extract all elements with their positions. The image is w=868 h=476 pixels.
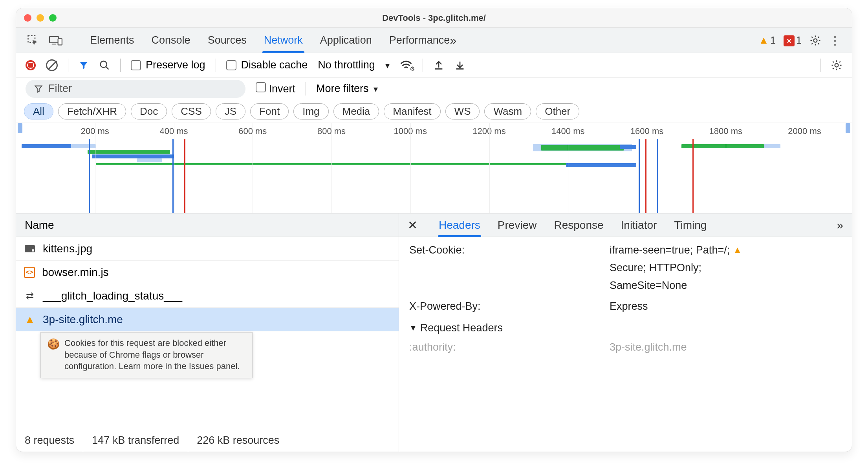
- chip-font[interactable]: Font: [250, 103, 289, 119]
- search-icon[interactable]: [99, 60, 110, 71]
- request-name: bowser.min.js: [42, 266, 109, 279]
- status-requests: 8 requests: [16, 429, 83, 452]
- request-header-key: :authority:: [409, 341, 610, 353]
- tab-console[interactable]: Console: [152, 28, 190, 53]
- chip-wasm[interactable]: Wasm: [484, 103, 531, 119]
- device-toolbar-icon[interactable]: [49, 35, 62, 46]
- issues-warnings-button[interactable]: ▲1: [758, 34, 776, 46]
- mini-gear-icon: ⚙: [410, 65, 415, 72]
- more-filters-label: More filters: [316, 83, 369, 95]
- detail-tab-initiator[interactable]: Initiator: [621, 213, 657, 237]
- tab-performance[interactable]: Performance: [389, 28, 450, 53]
- divider: [216, 59, 216, 72]
- warning-triangle-icon: ▲: [733, 244, 742, 255]
- svg-rect-1: [49, 36, 59, 42]
- devtools-tabs-row: ElementsConsoleSourcesNetworkApplication…: [16, 28, 852, 53]
- more-filters-dropdown[interactable]: More filters: [316, 83, 378, 95]
- caret-down-icon: [385, 59, 390, 71]
- more-tabs-icon[interactable]: »: [450, 34, 456, 47]
- timeline-ruler: 200 ms400 ms600 ms800 ms1000 ms1200 ms14…: [16, 123, 852, 140]
- tab-application[interactable]: Application: [320, 28, 372, 53]
- export-har-icon[interactable]: [433, 59, 444, 71]
- import-har-icon[interactable]: [454, 59, 465, 71]
- chip-js[interactable]: JS: [216, 103, 245, 119]
- filter-row: Filter Invert More filters: [16, 77, 852, 100]
- network-toolbar: Preserve log Disable cache No throttling…: [16, 53, 852, 77]
- chip-all[interactable]: All: [24, 103, 53, 119]
- network-conditions-icon[interactable]: ⚙: [400, 60, 412, 71]
- request-row[interactable]: kittens.jpg: [16, 237, 399, 261]
- request-row[interactable]: ⇄___glitch_loading_status___: [16, 284, 399, 308]
- chip-fetch-xhr[interactable]: Fetch/XHR: [58, 103, 126, 119]
- divider: [820, 59, 820, 72]
- checkbox-icon: [131, 60, 141, 70]
- filter-placeholder: Filter: [48, 83, 72, 95]
- chip-manifest[interactable]: Manifest: [384, 103, 440, 119]
- chip-doc[interactable]: Doc: [131, 103, 167, 119]
- chip-ws[interactable]: WS: [445, 103, 480, 119]
- request-headers-section[interactable]: ▼ Request Headers: [409, 322, 842, 334]
- chip-css[interactable]: CSS: [172, 103, 211, 119]
- status-transferred: 147 kB transferred: [83, 429, 188, 452]
- request-name: 3p-site.glitch.me: [43, 313, 123, 326]
- checkbox-icon: [256, 82, 266, 92]
- network-settings-icon[interactable]: [831, 59, 842, 71]
- request-row[interactable]: ▲3p-site.glitch.me: [16, 308, 399, 331]
- preserve-log-checkbox[interactable]: Preserve log: [131, 59, 205, 71]
- request-name: kittens.jpg: [43, 243, 92, 255]
- funnel-icon: [34, 85, 43, 93]
- detail-tab-headers[interactable]: Headers: [439, 213, 480, 237]
- detail-tab-preview[interactable]: Preview: [498, 213, 537, 237]
- chip-media[interactable]: Media: [333, 103, 379, 119]
- detail-tab-timing[interactable]: Timing: [674, 213, 707, 237]
- throttling-value: No throttling: [318, 59, 375, 71]
- tooltip-text: Cookies for this request are blocked eit…: [64, 337, 246, 372]
- more-detail-tabs-icon[interactable]: »: [837, 219, 843, 232]
- tab-elements[interactable]: Elements: [90, 28, 134, 53]
- filter-toggle-icon[interactable]: [79, 60, 89, 70]
- request-headers-title: Request Headers: [420, 322, 503, 334]
- response-header-value: iframe-seen=true; Path=/; ▲Secure; HTTPO…: [610, 244, 842, 292]
- chip-img[interactable]: Img: [293, 103, 328, 119]
- tab-network[interactable]: Network: [264, 28, 303, 53]
- warning-triangle-icon: ▲: [758, 34, 769, 46]
- request-list-status-bar: 8 requests 147 kB transferred 226 kB res…: [16, 429, 399, 452]
- tab-sources[interactable]: Sources: [208, 28, 247, 53]
- settings-gear-icon[interactable]: [809, 35, 821, 46]
- disable-cache-checkbox[interactable]: Disable cache: [226, 59, 308, 71]
- divider: [423, 59, 423, 72]
- record-button[interactable]: [26, 60, 36, 70]
- timeline-overview[interactable]: 200 ms400 ms600 ms800 ms1000 ms1200 ms14…: [16, 123, 852, 213]
- svg-point-4: [814, 39, 817, 42]
- response-header-value-line: iframe-seen=true; Path=/; ▲: [610, 244, 742, 256]
- error-badge-icon: ×: [784, 35, 795, 46]
- detail-tabs: ✕ HeadersPreviewResponseInitiatorTiming …: [399, 213, 852, 237]
- divider: [306, 82, 306, 96]
- disclosure-triangle-icon: ▼: [409, 323, 417, 333]
- status-resources: 226 kB resources: [188, 429, 288, 452]
- inspect-element-icon[interactable]: [27, 35, 39, 46]
- response-header-value-line: Secure; HTTPOnly;: [610, 262, 742, 274]
- cookie-icon: 🍪: [47, 337, 60, 372]
- detail-tab-response[interactable]: Response: [554, 213, 603, 237]
- request-name: ___glitch_loading_status___: [43, 290, 182, 302]
- request-row[interactable]: <>bowser.min.js: [16, 261, 399, 284]
- chip-other[interactable]: Other: [536, 103, 579, 119]
- svg-line-6: [106, 66, 109, 69]
- response-header-value-line: Express: [610, 300, 648, 312]
- column-name-label: Name: [25, 219, 54, 232]
- macos-titlebar: DevTools - 3pc.glitch.me/: [16, 8, 852, 28]
- divider: [68, 59, 68, 72]
- close-detail-button[interactable]: ✕: [408, 218, 418, 232]
- throttling-select[interactable]: No throttling: [318, 59, 390, 71]
- image-file-icon: [24, 243, 36, 255]
- blocked-cookies-tooltip: 🍪 Cookies for this request are blocked e…: [40, 332, 253, 378]
- invert-checkbox[interactable]: Invert: [256, 82, 295, 95]
- more-options-icon[interactable]: ⋮: [829, 33, 841, 47]
- network-split: Name kittens.jpg<>bowser.min.js⇄___glitc…: [16, 213, 852, 452]
- clear-button[interactable]: [46, 59, 58, 71]
- request-detail-pane: ✕ HeadersPreviewResponseInitiatorTiming …: [399, 213, 852, 452]
- issues-errors-button[interactable]: ×1: [784, 34, 802, 47]
- filter-input[interactable]: Filter: [26, 80, 245, 98]
- request-list-column-header[interactable]: Name: [16, 213, 399, 237]
